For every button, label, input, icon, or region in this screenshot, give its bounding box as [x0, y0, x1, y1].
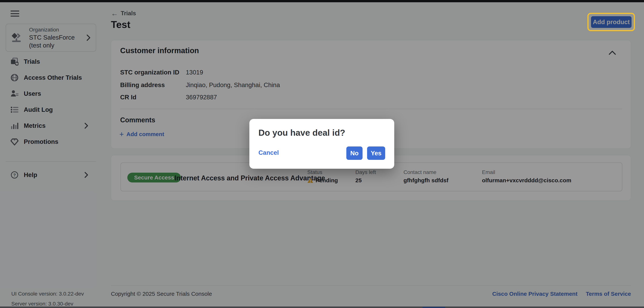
cancel-button[interactable]: Cancel [258, 149, 279, 156]
dialog-title: Do you have deal id? [258, 128, 345, 138]
yes-button[interactable]: Yes [367, 146, 385, 160]
app-root: Organization STC SalesForce (test only T… [0, 0, 644, 308]
no-button[interactable]: No [346, 146, 362, 160]
deal-id-dialog: Do you have deal id? Cancel No Yes [250, 119, 394, 169]
